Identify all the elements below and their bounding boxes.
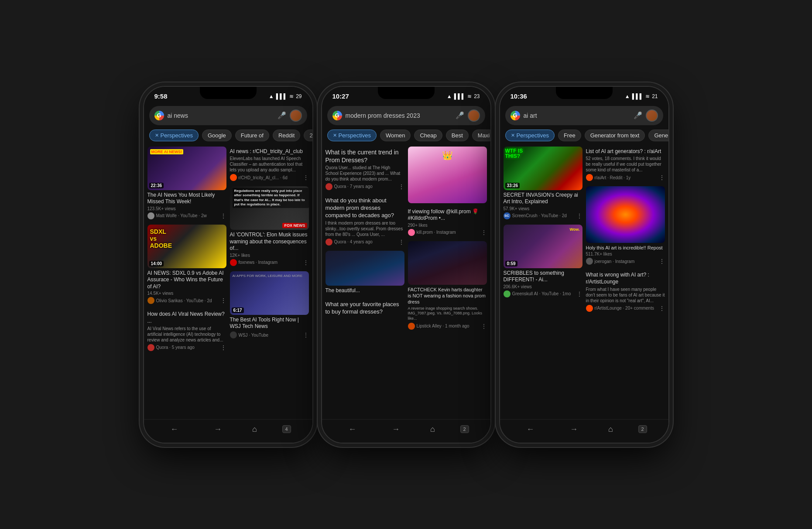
more-btn-wsj[interactable]: ⋮ — [303, 331, 309, 338]
status-icons-1: ▲ ▌▌▌ ≋ 29 — [269, 93, 302, 99]
battery-icon: 29 — [296, 93, 302, 99]
phone-1: 9:58 ▲ ▌▌▌ ≋ 29 ai news 🎤 ✕ Perspect — [143, 86, 313, 444]
forward-btn-1[interactable]: → — [209, 423, 227, 436]
text-card-fav-places[interactable]: What are your favorite places to buy for… — [325, 299, 404, 317]
more-btn-prom-trend[interactable]: ⋮ — [398, 183, 404, 190]
mic-icon-3[interactable]: 🎤 — [634, 111, 642, 119]
chip-perspectives-2[interactable]: ✕ Perspectives — [327, 130, 377, 141]
home-btn-3[interactable]: ⌂ — [608, 425, 613, 434]
more-btn-ai-art[interactable]: ⋮ — [659, 258, 665, 265]
video-title-sdxl: AI NEWS: SDXL 0.9 vs Adobe AI Assurace -… — [147, 270, 226, 290]
more-btn-viral[interactable]: ⋮ — [220, 344, 226, 351]
forward-btn-2[interactable]: → — [387, 423, 405, 436]
back-btn-3[interactable]: ← — [521, 423, 539, 436]
card-factcheck[interactable]: FACTCHECK Kevin harts daughter is NOT we… — [408, 241, 487, 331]
chip-label-maxi: Maxi — [478, 132, 490, 139]
video-card-wtf[interactable]: WTF ISTHIS? 33:26 SECRET INVASION's Cree… — [504, 147, 582, 221]
views-scribbles: 206.6K+ views — [504, 284, 582, 289]
chip-label-best: Best — [452, 132, 463, 139]
chip-maxi[interactable]: Maxi — [472, 130, 490, 141]
info-ai-art: Holy this AI art is incredible!! Repost … — [586, 243, 665, 266]
more-btn-artistlounge[interactable]: ⋮ — [659, 305, 665, 312]
text-card-viral[interactable]: How does AI Viral News Review? ... AI Vi… — [147, 309, 226, 352]
bottom-nav-2: ← → ⌂ 2 — [322, 419, 490, 443]
video-card-wsj[interactable]: AI APPS FOR WORK, LEISURE AND MORE 6:17 … — [230, 271, 309, 340]
info-prom-trend: What is the current trend in Prom Dresse… — [325, 147, 404, 192]
sdxl-label: SDXLvsADOBE — [150, 228, 172, 249]
chip-women[interactable]: Women — [380, 130, 411, 141]
more-btn-ai-news[interactable]: ⋮ — [220, 212, 226, 219]
chip-futureof-1[interactable]: Future of — [235, 130, 269, 141]
phone-2: 10:27 ▲ ▌▌▌ ≋ 23 modern prom dresses 202… — [321, 86, 491, 444]
more-btn-scribbles[interactable]: ⋮ — [576, 290, 582, 297]
text-card-artistlounge[interactable]: What is wrong with AI art? : r/ArtistLou… — [586, 270, 665, 313]
search-bar-2[interactable]: modern prom dresses 2023 🎤 — [327, 106, 485, 125]
image-card-prom1[interactable]: 👑 — [408, 147, 487, 203]
more-btn-factcheck[interactable]: ⋮ — [481, 323, 487, 330]
channel-name-reddit-ai: r/CHD_tricity_AI_cl... · 6d — [239, 175, 301, 180]
chip-more-1[interactable]: 202... — [304, 130, 312, 141]
info-artistlounge: What is wrong with AI art? : r/ArtistLou… — [586, 270, 665, 313]
chip-best[interactable]: Best — [446, 130, 469, 141]
chip-free[interactable]: Free — [558, 130, 581, 141]
tab-count-2[interactable]: 2 — [460, 425, 469, 433]
chip-google-1[interactable]: Google — [202, 130, 232, 141]
duration-scribbles: 0:59 — [505, 261, 517, 266]
chip-reddit-1[interactable]: Reddit — [273, 130, 301, 141]
home-btn-1[interactable]: ⌂ — [252, 425, 257, 434]
title-wsj: The Best AI Tools Right Now | WSJ Tech N… — [230, 317, 309, 330]
back-btn-2[interactable]: ← — [343, 423, 361, 436]
video-card-scribbles[interactable]: 0:59 Wow. SCRIBBLES to something DIFFERE… — [504, 225, 582, 299]
text-card-prom-trend[interactable]: What is the current trend in Prom Dresse… — [325, 147, 404, 192]
title-aiart-reddit: List of AI art generators? : r/aiArt — [586, 148, 665, 155]
snippet-factcheck: A reverse inage shopping search shows. I… — [408, 306, 487, 321]
chip-perspectives-3[interactable]: ✕ Perspectives — [505, 130, 555, 141]
right-col-2: 👑 If viewing follow @kill.prom 🌹 #Killdo… — [406, 147, 487, 331]
avatar-2[interactable] — [468, 109, 480, 122]
more-btn-reddit-ai[interactable]: ⋮ — [303, 174, 309, 181]
image-card-ai-art[interactable]: Holy this AI art is incredible!! Repost … — [586, 186, 665, 266]
video-card-ai-news[interactable]: MORE AI NEWS! 22:36 The AI News You Most… — [147, 147, 226, 221]
text-card-reddit-ai[interactable]: AI news : r/CHD_tricity_AI_club ElevenLa… — [230, 147, 309, 183]
chip-perspectives-1[interactable]: ✕ Perspectives — [149, 130, 199, 141]
channel-row-factcheck: Lipstick Alley · 1 month ago ⋮ — [408, 323, 487, 330]
title-ai-art: Holy this AI art is incredible!! Repost — [586, 245, 665, 251]
source-factcheck: Lipstick Alley · 1 month ago — [417, 324, 479, 328]
search-bar-1[interactable]: ai news 🎤 — [149, 106, 307, 125]
text-card-killprom[interactable]: If viewing follow @kill.prom 🌹 #KilldotP… — [408, 207, 487, 238]
channel-row-killprom: kill.prom · Instagram ⋮ — [408, 229, 487, 236]
home-btn-2[interactable]: ⌂ — [430, 425, 435, 434]
tab-count-3[interactable]: 2 — [638, 425, 647, 433]
channel-row-ai-news: Matt Wolfe · YouTube · 2w ⋮ — [147, 212, 226, 219]
chip-generator[interactable]: Generator from text — [585, 130, 645, 141]
forward-btn-3[interactable]: → — [565, 423, 583, 436]
chip-x-1: ✕ — [155, 133, 159, 138]
more-btn-wtf[interactable]: ⋮ — [576, 212, 582, 219]
more-btn-elon[interactable]: ⋮ — [303, 259, 309, 266]
avatar-3[interactable] — [646, 109, 658, 122]
phone-1-inner: 9:58 ▲ ▌▌▌ ≋ 29 ai news 🎤 ✕ Perspect — [144, 87, 312, 443]
chip-label-google-1: Google — [208, 132, 226, 139]
avatar-1[interactable] — [290, 109, 302, 122]
image-card-prom-partial[interactable]: The beautiful... — [325, 251, 404, 296]
text-card-prom-decades[interactable]: What do you think about modern prom dres… — [325, 195, 404, 247]
more-btn-sdxl[interactable]: ⋮ — [220, 297, 226, 304]
text-card-aiart-reddit[interactable]: List of AI art generators? : r/aiArt 52 … — [586, 147, 665, 183]
search-bar-3[interactable]: ai art 🎤 — [505, 106, 663, 125]
wifi-icon-2: ≋ — [467, 93, 472, 99]
video-card-elon[interactable]: Regulations are really only put into pla… — [230, 186, 309, 268]
bottom-nav-1: ← → ⌂ 4 — [144, 419, 312, 443]
more-btn-prom-decades[interactable]: ⋮ — [398, 239, 404, 246]
mic-icon-1[interactable]: 🎤 — [278, 111, 286, 119]
back-btn-1[interactable]: ← — [165, 423, 183, 436]
duration-ai-news: 22:36 — [149, 183, 164, 188]
filter-chips-1: ✕ Perspectives Google Future of Reddit 2… — [144, 128, 312, 145]
chip-cheap[interactable]: Cheap — [414, 130, 442, 141]
tab-count-1[interactable]: 4 — [282, 425, 291, 433]
chip-label-perspectives-2: Perspectives — [339, 132, 371, 139]
video-card-sdxl[interactable]: SDXLvsADOBE 14:00 AI NEWS: SDXL 0.9 vs A… — [147, 225, 226, 306]
chip-genera[interactable]: Genera... — [648, 130, 668, 141]
more-btn-aiart-reddit[interactable]: ⋮ — [659, 174, 665, 181]
mic-icon-2[interactable]: 🎤 — [456, 111, 464, 119]
more-btn-killprom[interactable]: ⋮ — [481, 229, 487, 236]
